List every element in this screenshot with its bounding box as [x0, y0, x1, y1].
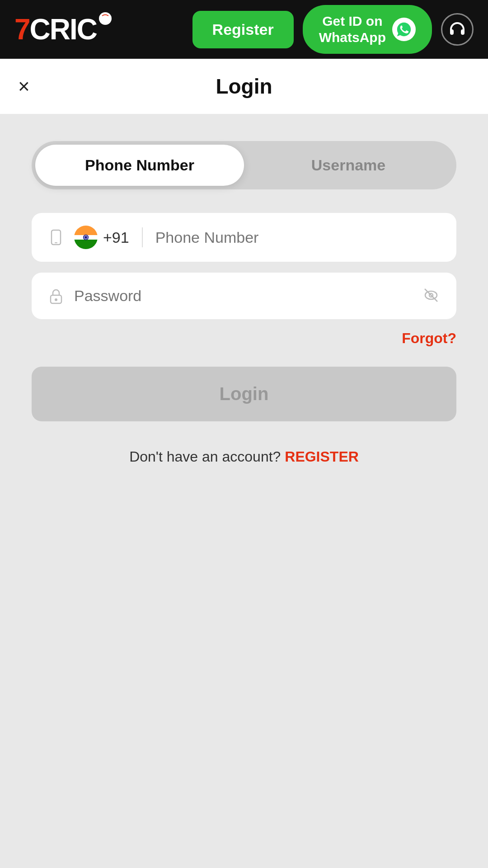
logo-number: 7 — [14, 13, 30, 46]
register-prompt-text: Don't have an account? — [129, 448, 281, 465]
svg-rect-5 — [55, 242, 57, 243]
input-divider — [142, 227, 143, 247]
register-prompt: Don't have an account? REGISTER — [32, 448, 456, 465]
whatsapp-icon — [392, 18, 416, 41]
login-button[interactable]: Login — [32, 367, 456, 421]
login-header: × Login — [0, 59, 488, 114]
header: 7CRIC Register Get ID on WhatsApp — [0, 0, 488, 59]
phone-number-input[interactable] — [155, 229, 441, 246]
svg-rect-2 — [450, 29, 454, 35]
close-button[interactable]: × — [18, 76, 30, 96]
password-input-group — [32, 273, 456, 319]
forgot-link[interactable]: Forgot? — [402, 330, 456, 347]
phone-icon — [47, 228, 65, 246]
svg-rect-3 — [461, 29, 465, 35]
svg-point-19 — [55, 298, 57, 301]
password-input[interactable] — [74, 287, 412, 305]
logo-ball-icon — [99, 12, 112, 25]
whatsapp-button[interactable]: Get ID on WhatsApp — [303, 5, 432, 54]
lock-icon — [47, 287, 65, 305]
country-code: +91 — [103, 229, 129, 246]
tab-toggle: Phone Number Username — [32, 141, 456, 189]
country-selector[interactable]: +91 — [74, 226, 129, 249]
svg-point-0 — [99, 12, 112, 25]
logo-cric: CRIC — [30, 13, 97, 46]
login-title: Login — [216, 74, 272, 99]
register-button[interactable]: Register — [192, 11, 294, 48]
support-button[interactable] — [441, 13, 474, 46]
toggle-password-button[interactable] — [421, 285, 441, 307]
tab-username[interactable]: Username — [244, 145, 453, 186]
phone-input-group: +91 — [32, 213, 456, 262]
header-actions: Register Get ID on WhatsApp — [192, 5, 474, 54]
forgot-row: Forgot? — [32, 330, 456, 347]
india-flag-icon — [74, 226, 98, 249]
logo: 7CRIC — [14, 13, 112, 46]
headset-icon — [447, 19, 467, 39]
whatsapp-button-label: Get ID on WhatsApp — [319, 13, 386, 46]
register-link[interactable]: REGISTER — [285, 448, 359, 465]
eye-slash-icon — [421, 285, 441, 305]
tab-phone-number[interactable]: Phone Number — [35, 145, 244, 186]
main-content: Phone Number Username — [0, 114, 488, 492]
